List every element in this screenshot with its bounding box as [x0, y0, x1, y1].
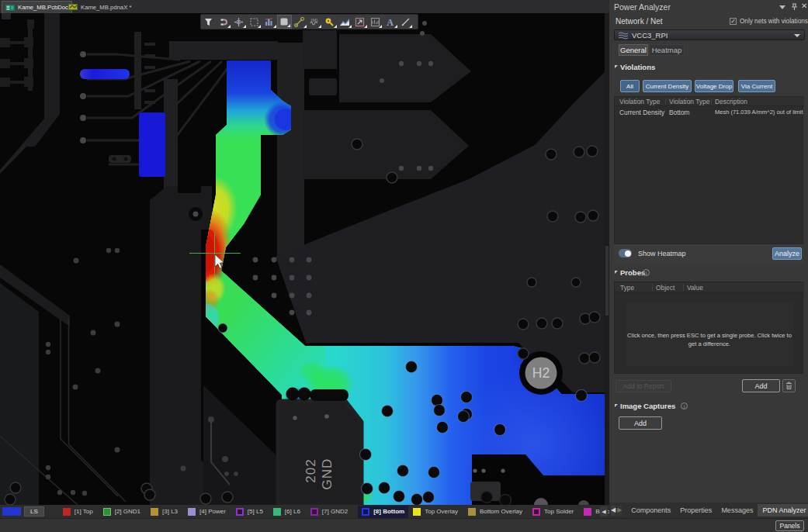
svg-text:H2: H2	[532, 365, 550, 381]
svg-text:(M): (M)	[310, 18, 317, 22]
svg-text:GND: GND	[320, 458, 335, 490]
svg-text:A: A	[387, 17, 394, 27]
svg-text:202: 202	[303, 458, 318, 482]
